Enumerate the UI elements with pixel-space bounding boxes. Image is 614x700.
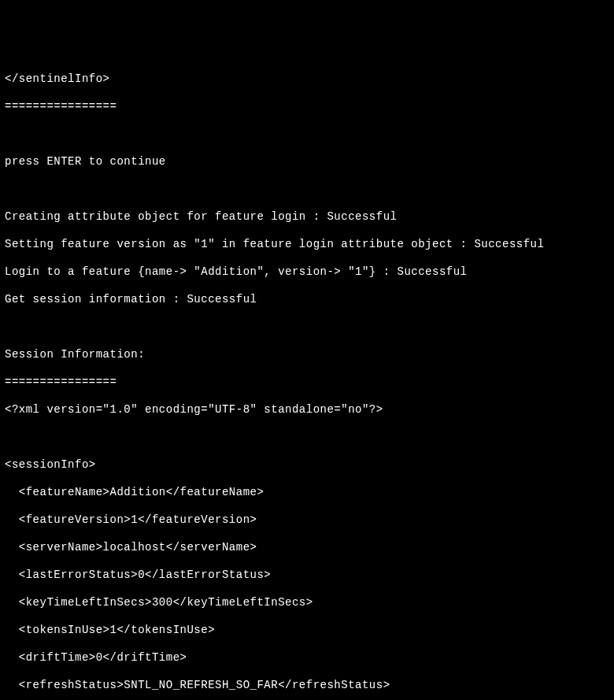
terminal-line: <sessionInfo>	[5, 458, 609, 472]
terminal-line: <tokensInUse>1</tokensInUse>	[5, 624, 609, 638]
terminal-line	[5, 320, 609, 335]
terminal-line	[5, 431, 609, 445]
terminal-output[interactable]: </sentinelInfo> ================ press E…	[5, 58, 609, 700]
terminal-line: <?xml version="1.0" encoding="UTF-8" sta…	[5, 403, 609, 417]
terminal-line: Login to a feature {name-> "Addition", v…	[5, 265, 609, 280]
terminal-line: Get session information : Successful	[5, 293, 609, 307]
terminal-line: <keyTimeLeftInSecs>300</keyTimeLeftInSec…	[5, 596, 609, 610]
terminal-line: ================	[5, 376, 609, 390]
terminal-line: <featureVersion>1</featureVersion>	[5, 513, 609, 528]
terminal-line: <featureName>Addition</featureName>	[5, 486, 609, 500]
terminal-line	[5, 183, 609, 197]
terminal-line: Setting feature version as "1" in featur…	[5, 238, 609, 252]
terminal-line: <driftTime>0</driftTime>	[5, 651, 609, 665]
terminal-line: press ENTER to continue	[5, 155, 609, 169]
terminal-line: <lastErrorStatus>0</lastErrorStatus>	[5, 569, 609, 583]
terminal-line: </sentinelInfo>	[5, 72, 609, 87]
terminal-line: Session Information:	[5, 348, 609, 362]
terminal-line	[5, 128, 609, 142]
terminal-line: <refreshStatus>SNTL_NO_REFRESH_SO_FAR</r…	[5, 679, 609, 693]
terminal-line: Creating attribute object for feature lo…	[5, 210, 609, 224]
terminal-line: <serverName>localhost</serverName>	[5, 541, 609, 555]
terminal-line: ================	[5, 100, 609, 114]
